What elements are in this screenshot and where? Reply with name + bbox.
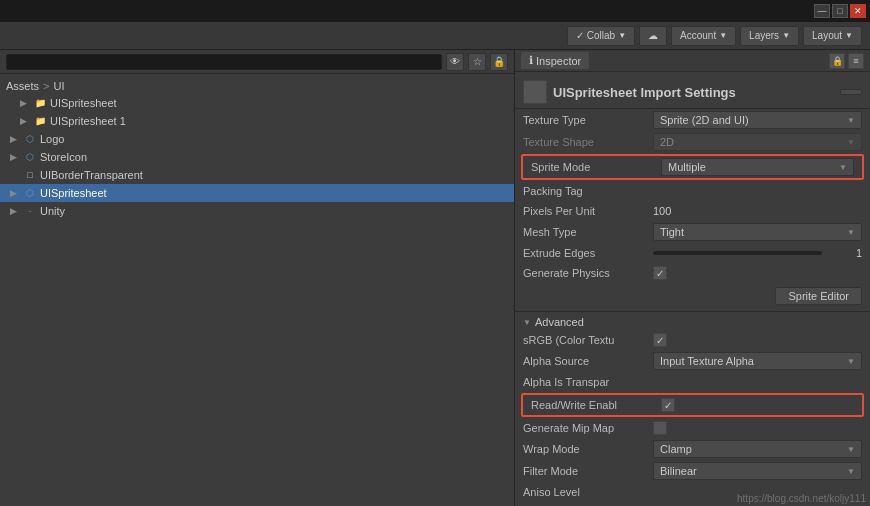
layout-button[interactable]: Layout ▼ — [803, 26, 862, 46]
asset-title-group: UISpritesheet Import Settings — [553, 85, 736, 100]
layers-button[interactable]: Layers ▼ — [740, 26, 799, 46]
expand-arrow-icon: ▶ — [10, 206, 20, 216]
minimize-button[interactable]: — — [814, 4, 830, 18]
texture-shape-label: Texture Shape — [523, 136, 653, 148]
generate-mip-map-checkbox[interactable] — [653, 421, 667, 435]
tree-item-uispritesheet1-folder[interactable]: ▶ 📁 UISpritesheet 1 — [0, 112, 514, 130]
advanced-label: Advanced — [535, 316, 584, 328]
expand-arrow-icon: ▶ — [10, 188, 20, 198]
prop-filter-mode: Filter Mode Bilinear ▼ — [515, 460, 870, 482]
texture-shape-dropdown[interactable]: 2D ▼ — [653, 133, 862, 151]
folder-icon: 📁 — [33, 96, 47, 110]
srgb-label: sRGB (Color Textu — [523, 334, 653, 346]
breadcrumb-sep: > — [43, 80, 49, 92]
prop-alpha-transparent: Alpha Is Transpar — [515, 372, 870, 392]
extrude-edges-label: Extrude Edges — [523, 247, 653, 259]
open-button-visible[interactable] — [840, 89, 862, 95]
prop-sprite-mode: Sprite Mode Multiple ▼ — [523, 156, 862, 178]
filter-mode-label: Filter Mode — [523, 465, 653, 477]
cloud-icon: ☁ — [648, 30, 658, 41]
search-input[interactable] — [6, 54, 442, 70]
filter-mode-dropdown[interactable]: Bilinear ▼ — [653, 462, 862, 480]
dropdown-arrow-icon: ▼ — [847, 228, 855, 237]
file-tree: Assets > UI ▶ 📁 UISpritesheet ▶ 📁 UISpri… — [0, 74, 514, 506]
layers-arrow-icon: ▼ — [782, 31, 790, 40]
aniso-level-label: Aniso Level — [523, 486, 653, 498]
inspector-lock-button[interactable]: 🔒 — [829, 53, 845, 69]
prop-read-write: Read/Write Enabl — [523, 395, 862, 415]
secondary-toolbar: 👁 ☆ 🔒 — [0, 50, 514, 74]
section-divider — [515, 311, 870, 312]
wrap-mode-label: Wrap Mode — [523, 443, 653, 455]
tree-item-label: UISpritesheet — [50, 97, 117, 109]
inspector-tab[interactable]: ℹ Inspector — [521, 52, 589, 69]
inspector-header: ℹ Inspector 🔒 ≡ — [515, 50, 870, 72]
section-triangle-icon: ▼ — [523, 318, 531, 327]
breadcrumb-ui[interactable]: UI — [53, 80, 64, 92]
packing-tag-label: Packing Tag — [523, 185, 653, 197]
unity-icon: ⬡ — [23, 186, 37, 200]
generate-physics-label: Generate Physics — [523, 267, 653, 279]
wrap-mode-dropdown[interactable]: Clamp ▼ — [653, 440, 862, 458]
folder-icon: · — [23, 204, 37, 218]
collab-icon: ✓ — [576, 30, 584, 41]
expand-arrow-icon: ▶ — [20, 98, 30, 108]
generate-mip-map-label: Generate Mip Map — [523, 422, 653, 434]
folder-icon: 📁 — [33, 114, 47, 128]
prop-extrude-edges: Extrude Edges 1 — [515, 243, 870, 263]
srgb-checkbox[interactable] — [653, 333, 667, 347]
star-icon[interactable]: ☆ — [468, 53, 486, 71]
cloud-button[interactable]: ☁ — [639, 26, 667, 46]
prop-texture-type: Texture Type Sprite (2D and UI) ▼ — [515, 109, 870, 131]
inspector-icon: ℹ — [529, 54, 533, 67]
alpha-transparent-label: Alpha Is Transpar — [523, 376, 653, 388]
alpha-source-label: Alpha Source — [523, 355, 653, 367]
prop-wrap-mode: Wrap Mode Clamp ▼ — [515, 438, 870, 460]
advanced-section-header[interactable]: ▼ Advanced — [515, 314, 870, 330]
sprite-mode-dropdown[interactable]: Multiple ▼ — [661, 158, 854, 176]
collab-button[interactable]: ✓ Collab ▼ — [567, 26, 635, 46]
sprite-mode-highlight: Sprite Mode Multiple ▼ — [521, 154, 864, 180]
tree-item-uispritesheet-selected[interactable]: ▶ ⬡ UISpritesheet — [0, 184, 514, 202]
lock-icon[interactable]: 🔒 — [490, 53, 508, 71]
generate-physics-checkbox[interactable] — [653, 266, 667, 280]
alpha-source-dropdown[interactable]: Input Texture Alpha ▼ — [653, 352, 862, 370]
close-button[interactable]: ✕ — [850, 4, 866, 18]
prop-mesh-type: Mesh Type Tight ▼ — [515, 221, 870, 243]
prop-srgb: sRGB (Color Textu — [515, 330, 870, 350]
sprite-editor-button[interactable]: Sprite Editor — [775, 287, 862, 305]
tree-item-label: Logo — [40, 133, 64, 145]
prop-texture-shape: Texture Shape 2D ▼ — [515, 131, 870, 153]
eye-icon[interactable]: 👁 — [446, 53, 464, 71]
breadcrumb-assets[interactable]: Assets — [6, 80, 39, 92]
asset-title: UISpritesheet Import Settings — [553, 85, 736, 100]
mesh-type-dropdown[interactable]: Tight ▼ — [653, 223, 862, 241]
unity-icon: ⬡ — [23, 150, 37, 164]
expand-arrow-icon: ▶ — [10, 134, 20, 144]
asset-icon — [523, 80, 547, 104]
tree-item-unity[interactable]: ▶ · Unity — [0, 202, 514, 220]
account-button[interactable]: Account ▼ — [671, 26, 736, 46]
extrude-edges-slider[interactable] — [653, 251, 822, 255]
main-area: 👁 ☆ 🔒 Assets > UI ▶ 📁 UISpritesheet — [0, 50, 870, 506]
expand-arrow-icon: ▶ — [10, 152, 20, 162]
dropdown-arrow-icon: ▼ — [839, 163, 847, 172]
asset-header: UISpritesheet Import Settings Sprite Edi… — [515, 76, 870, 109]
tree-item-uibordertransparent[interactable]: □ UIBorderTransparent — [0, 166, 514, 184]
unity-icon: ⬡ — [23, 132, 37, 146]
dropdown-arrow-icon: ▼ — [847, 467, 855, 476]
tree-item-uispritesheet-folder[interactable]: ▶ 📁 UISpritesheet — [0, 94, 514, 112]
slider-track — [653, 251, 822, 255]
tree-item-logo[interactable]: ▶ ⬡ Logo — [0, 130, 514, 148]
sprite-mode-label: Sprite Mode — [531, 161, 661, 173]
inspector-menu-button[interactable]: ≡ — [848, 53, 864, 69]
read-write-label: Read/Write Enabl — [531, 399, 661, 411]
pixels-per-unit-value: 100 — [653, 205, 862, 217]
prop-generate-mip-map: Generate Mip Map — [515, 418, 870, 438]
top-toolbar: ✓ Collab ▼ ☁ Account ▼ Layers ▼ Layout ▼ — [0, 22, 870, 50]
texture-type-dropdown[interactable]: Sprite (2D and UI) ▼ — [653, 111, 862, 129]
tree-item-storeicon[interactable]: ▶ ⬡ StoreIcon — [0, 148, 514, 166]
maximize-button[interactable]: □ — [832, 4, 848, 18]
tree-item-label: UISpritesheet — [40, 187, 107, 199]
read-write-checkbox[interactable] — [661, 398, 675, 412]
